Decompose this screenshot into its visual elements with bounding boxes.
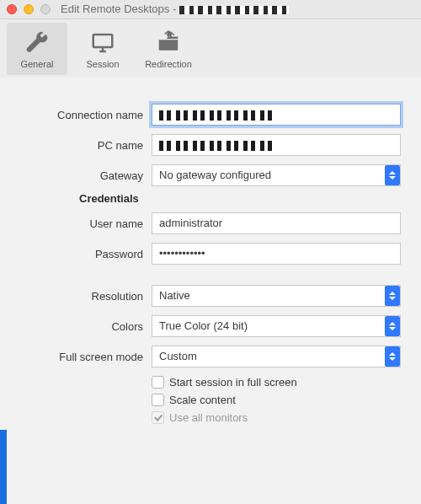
start-full-screen-label: Start session in full screen [169, 376, 297, 389]
scale-content-checkbox[interactable]: Scale content [152, 391, 401, 409]
scale-content-label: Scale content [169, 394, 236, 406]
tab-redirection[interactable]: Redirection [138, 23, 199, 75]
chevron-updown-icon [385, 316, 400, 336]
tab-redirection-label: Redirection [145, 59, 192, 69]
connection-name-label: Connection name [8, 109, 152, 121]
colors-value: True Color (24 bit) [159, 319, 248, 332]
window-title: Edit Remote Desktops - [61, 0, 414, 19]
resolution-label: Resolution [8, 290, 152, 303]
pc-name-value-redacted [159, 141, 277, 151]
checkbox-checked-icon [152, 411, 164, 424]
use-all-monitors-checkbox: Use all monitors [152, 409, 401, 426]
tab-general[interactable]: General [7, 23, 67, 75]
monitor-icon [88, 29, 117, 57]
chevron-updown-icon [385, 165, 400, 185]
user-name-value: administrator [159, 217, 222, 229]
user-name-input[interactable]: administrator [152, 212, 401, 234]
credentials-heading: Credentials [8, 192, 421, 205]
resolution-value: Native [159, 289, 190, 302]
close-window-button[interactable] [7, 4, 17, 14]
gateway-value: No gateway configured [159, 169, 271, 181]
general-form: Connection name PC name Gateway No gatew… [0, 101, 421, 426]
connection-name-value-redacted [159, 110, 277, 121]
zoom-window-button[interactable] [40, 4, 51, 14]
window-controls [7, 4, 51, 14]
password-value: •••••••••••• [159, 247, 205, 260]
connection-name-input[interactable] [152, 104, 401, 126]
resolution-select[interactable]: Native [152, 285, 401, 307]
content-area: Connection name PC name Gateway No gatew… [0, 78, 421, 504]
svg-rect-0 [93, 35, 113, 47]
use-all-monitors-label: Use all monitors [169, 411, 248, 424]
tab-session-label: Session [86, 59, 119, 69]
password-input[interactable]: •••••••••••• [152, 243, 401, 265]
titlebar: Edit Remote Desktops - [0, 0, 421, 19]
gateway-select[interactable]: No gateway configured [152, 164, 401, 186]
window-title-prefix: Edit Remote Desktops - [61, 3, 179, 15]
chevron-updown-icon [385, 346, 400, 367]
password-label: Password [8, 248, 152, 260]
chevron-updown-icon [385, 286, 400, 306]
full-screen-mode-label: Full screen mode [8, 351, 152, 363]
window-title-suffix-redacted [179, 6, 289, 14]
full-screen-mode-select[interactable]: Custom [152, 346, 401, 367]
checkbox-icon [152, 376, 164, 389]
user-name-label: User name [8, 217, 152, 230]
wrench-icon [23, 29, 51, 57]
full-screen-mode-value: Custom [159, 350, 197, 362]
pc-name-input[interactable] [152, 134, 401, 156]
colors-label: Colors [8, 320, 152, 333]
toolbar: General Session Redirection [0, 19, 421, 83]
colors-select[interactable]: True Color (24 bit) [152, 315, 401, 337]
selection-stripe [0, 430, 7, 504]
checkbox-icon [152, 394, 164, 406]
start-full-screen-checkbox[interactable]: Start session in full screen [152, 373, 401, 391]
tab-session[interactable]: Session [72, 23, 133, 75]
folder-arrow-icon [154, 29, 183, 57]
tab-general-label: General [20, 59, 53, 69]
gateway-label: Gateway [8, 169, 152, 182]
pc-name-label: PC name [8, 139, 152, 152]
minimize-window-button[interactable] [24, 4, 34, 14]
